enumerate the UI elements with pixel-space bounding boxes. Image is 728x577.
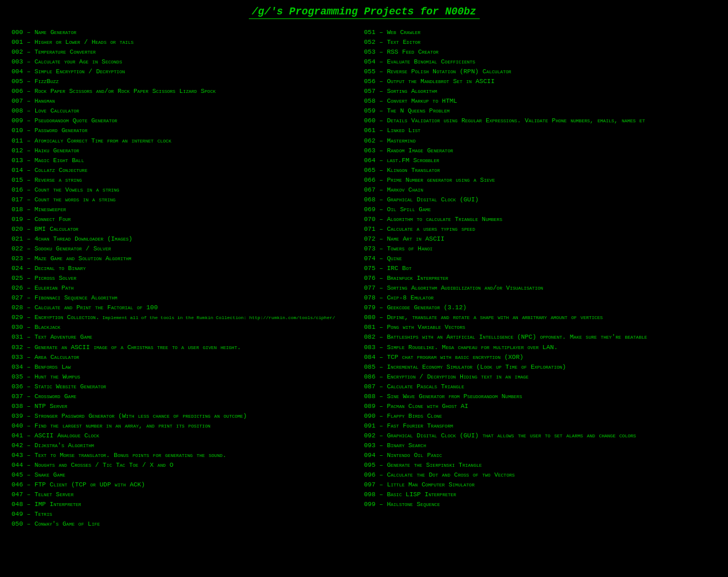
list-item: 076 – Brainfuck Interpreter — [364, 273, 711, 283]
list-item: 080 – Define, translate and rotate a sha… — [364, 313, 711, 323]
list-item: 016 – Count the Vowels in a string — [12, 185, 359, 195]
list-item: 069 – Oil Spill Game — [364, 205, 711, 215]
list-item: 067 – Markov Chain — [364, 185, 711, 195]
list-item: 019 – Connect Four — [12, 215, 359, 224]
list-item: 081 – Pong with Variable Vectors — [364, 323, 711, 332]
list-item: 086 – Encryption / Decryption Hiding tex… — [364, 372, 711, 382]
list-item: 099 – Hailstone Sequence — [364, 500, 711, 509]
list-item: 063 – Random Image Generator — [364, 146, 711, 156]
list-item: 091 – Fast Fourier Transform — [364, 421, 711, 431]
list-item: 004 – Simple Encryption / Decryption — [12, 67, 359, 77]
list-item: 046 – FTP Client (TCP or UDP with ACK) — [12, 480, 359, 490]
list-item: 000 – Name Generator — [12, 28, 359, 38]
list-item: 035 – Hunt the Wumpus — [12, 372, 359, 382]
list-item: 064 – last.FM Scrobbler — [364, 156, 711, 166]
page-title: /g/'s Programming Projects for N00bz — [249, 6, 480, 19]
list-item: 054 – Evaluate Binomial Coefficients — [364, 57, 711, 67]
list-item: 093 – Binary Search — [364, 441, 711, 451]
list-item: 097 – Little Man Computer Simulator — [364, 480, 711, 490]
list-item: 022 – Sodoku Generator / Solver — [12, 244, 359, 254]
list-item: 027 – Fibonnaci Sequence Algorithm — [12, 293, 359, 303]
list-item: 028 – Calculate and Print the Factorial … — [12, 303, 359, 313]
list-item: 012 – Haiku Generator — [12, 146, 359, 156]
list-item: 089 – Pacman Clone with Ghost AI — [364, 402, 711, 411]
list-item: 058 – Convert Markup to HTML — [364, 96, 711, 106]
list-item: 066 – Prime Number generator using a Sie… — [364, 175, 711, 185]
list-item: 039 – Stronger Password Generator (With … — [12, 411, 359, 421]
list-item: 070 – Algorithm to calculate Triangle Nu… — [364, 215, 711, 224]
list-item: 032 – Generate an ASCII image of a Chris… — [12, 343, 359, 353]
list-item: 088 – Sine Wave Generator from Pseudoran… — [364, 392, 711, 402]
list-item: 079 – Geekcode Generator (3.12) — [364, 303, 711, 313]
list-item: 021 – 4chan Thread Downloader (Images) — [12, 234, 359, 244]
list-item: 078 – Chip-8 Emulator — [364, 293, 711, 303]
list-item: 026 – Eulerian Path — [12, 283, 359, 293]
list-item: 090 – Flappy Birds Clone — [364, 411, 711, 421]
left-column: 000 – Name Generator001 – Higher or Lowe… — [12, 28, 364, 529]
list-item: 061 – Linked List — [364, 126, 711, 136]
list-item: 038 – NTP Server — [12, 402, 359, 411]
list-item: 006 – Rock Paper Scissors and/or Rock Pa… — [12, 87, 359, 96]
list-item: 042 – Dijkstra's Algorithm — [12, 441, 359, 451]
list-item: 084 – TCP chat program with basic encryp… — [364, 353, 711, 362]
list-item: 077 – Sorting Algorithm Audibilization a… — [364, 283, 711, 293]
list-item: 044 – Noughts and Crosses / Tic Tac Toe … — [12, 460, 359, 470]
list-item: 011 – Atomically Correct Time from an in… — [12, 136, 359, 146]
list-item: 003 – Calculate your Age in Seconds — [12, 57, 359, 67]
list-item: 024 – Decimal to Binary — [12, 264, 359, 273]
list-item: 075 – IRC Bot — [364, 264, 711, 273]
list-item: 050 – Conway's Game of Life — [12, 519, 359, 529]
list-item: 014 – Collatz Conjecture — [12, 166, 359, 175]
list-item: 068 – Graphical Digital Clock (GUI) — [364, 195, 711, 205]
list-item: 060 – Details Validatior using Regular E… — [364, 116, 711, 126]
list-item: 071 – Calculate a users typing speed — [364, 224, 711, 234]
list-item: 094 – Nintendo Oil Panic — [364, 451, 711, 460]
list-item: 041 – ASCII Analogue Clock — [12, 431, 359, 441]
list-item: 053 – RSS Feed Creator — [364, 47, 711, 57]
list-item: 010 – Password Generator — [12, 126, 359, 136]
list-item: 017 – Count the words in a string — [12, 195, 359, 205]
list-item: 033 – Area Calculator — [12, 353, 359, 362]
list-item: 096 – Calculate the Dot and Cross of two… — [364, 470, 711, 480]
list-item: 073 – Towers of Hanoi — [364, 244, 711, 254]
list-item: 087 – Calculate Pascals Triangle — [364, 382, 711, 392]
list-item: 008 – Love Calculator — [12, 106, 359, 116]
list-item: 043 – Text to Morse translator. Bonus po… — [12, 451, 359, 460]
list-item: 001 – Higher or Lower / Heads or tails — [12, 38, 359, 47]
list-item: 055 – Reverse Polish Notation (RPN) Calc… — [364, 67, 711, 77]
list-item: 023 – Maze Game and Solution Algorithm — [12, 254, 359, 264]
list-item: 037 – Crossword Game — [12, 392, 359, 402]
list-item: 062 – Mastermind — [364, 136, 711, 146]
list-item: 057 – Sorting Algorithm — [364, 87, 711, 96]
list-item: 045 – Snake Game — [12, 470, 359, 480]
list-item: 095 – Generate the Sierpinski Triangle — [364, 460, 711, 470]
list-item: 015 – Reverse a string — [12, 175, 359, 185]
list-item: 065 – Klingon Translator — [364, 166, 711, 175]
list-item: 047 – Telnet Server — [12, 490, 359, 500]
list-item: 018 – Minesweeper — [12, 205, 359, 215]
list-item: 005 – FizzBuzz — [12, 77, 359, 87]
list-item: 072 – Name Art in ASCII — [364, 234, 711, 244]
list-item: 074 – Quine — [364, 254, 711, 264]
list-item: 002 – Temperature Converter — [12, 47, 359, 57]
list-item: 007 – Hangman — [12, 96, 359, 106]
list-item: 082 – Battleships with an Artificial Int… — [364, 332, 711, 342]
list-item: 020 – BMI Calculator — [12, 224, 359, 234]
list-item: 013 – Magic Eight Ball — [12, 156, 359, 166]
list-item: 040 – Find the largest number in an arra… — [12, 421, 359, 431]
main-content: 000 – Name Generator001 – Higher or Lowe… — [12, 28, 716, 529]
list-item: 056 – Output the Mandlebrot Set in ASCII — [364, 77, 711, 87]
right-column: 051 – Web Crawler052 – Text Editor053 – … — [364, 28, 717, 529]
list-item: 031 – Text Adventure Game — [12, 332, 359, 342]
list-item: 025 – Picross Solver — [12, 273, 359, 283]
list-item: 049 – Tetris — [12, 509, 359, 519]
list-item: 034 – Benfords Law — [12, 362, 359, 372]
list-item: 092 – Graphical Digital Clock (GUI) that… — [364, 431, 711, 441]
list-item: 051 – Web Crawler — [364, 28, 711, 38]
list-item: 085 – Incremental Economy Simulator (Loo… — [364, 362, 711, 372]
list-item: 059 – The N Queens Problem — [364, 106, 711, 116]
list-item: 052 – Text Editor — [364, 38, 711, 47]
list-item: 083 – Simple Rougelike. Mega chapeau for… — [364, 343, 711, 353]
list-item: 029 – Encryption Collection. Implement a… — [12, 313, 359, 323]
list-item: 098 – Basic LISP Interpreter — [364, 490, 711, 500]
